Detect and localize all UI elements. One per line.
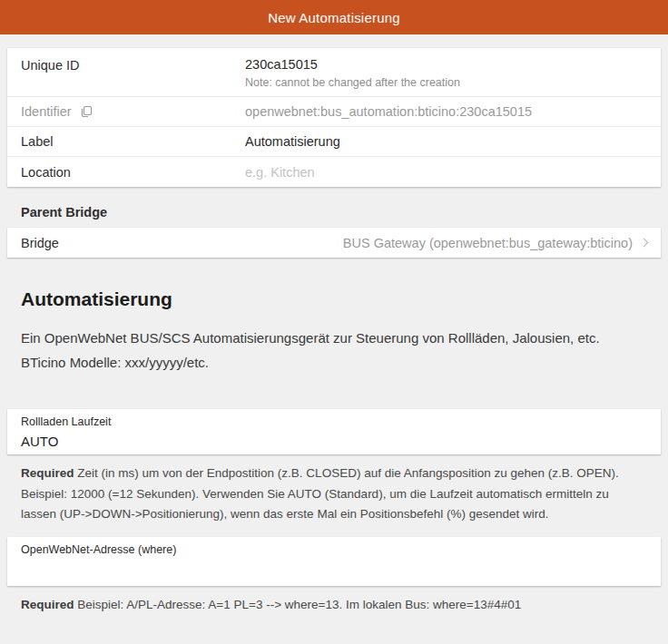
shutter-run-help: Required Zeit (in ms) um von der Endpost… xyxy=(21,463,647,525)
required-badge: Required xyxy=(21,598,74,611)
page-header: New Automatisierung xyxy=(0,0,668,34)
location-row: Location xyxy=(7,157,661,187)
main-content: Unique ID Note: cannot be changed after … xyxy=(0,48,668,644)
bridge-row[interactable]: Bridge BUS Gateway (openwebnet:bus_gatew… xyxy=(7,228,661,258)
identifier-value: openwebnet:bus_automation:bticino:230ca1… xyxy=(245,104,532,119)
unique-id-row: Unique ID Note: cannot be changed after … xyxy=(7,48,661,97)
location-input[interactable] xyxy=(245,165,647,180)
page-title: New Automatisierung xyxy=(268,10,400,25)
shutter-run-input[interactable] xyxy=(21,432,647,450)
bridge-card: Bridge BUS Gateway (openwebnet:bus_gatew… xyxy=(7,228,661,258)
unique-id-label: Unique ID xyxy=(21,56,245,73)
where-card: OpenWebNet-Adresse (where) xyxy=(7,537,661,586)
bridge-value: BUS Gateway (openwebnet:bus_gateway:btic… xyxy=(343,236,633,250)
thing-type-title: Automatisierung xyxy=(21,288,647,310)
where-input[interactable] xyxy=(21,560,647,578)
where-label: OpenWebNet-Adresse (where) xyxy=(21,542,647,557)
bridge-label: Bridge xyxy=(21,236,245,250)
chevron-right-icon xyxy=(640,239,649,248)
copy-icon[interactable] xyxy=(80,105,93,118)
shutter-run-help-text: Zeit (in ms) um von der Endpostition (z.… xyxy=(21,466,619,521)
unique-id-input[interactable] xyxy=(245,57,647,72)
unique-id-note: Note: cannot be changed after the creati… xyxy=(245,76,647,89)
shutter-run-label: Rollladen Laufzeit xyxy=(21,415,647,429)
identifier-row: Identifier openwebnet:bus_automation:bti… xyxy=(7,97,661,127)
bridge-selector[interactable]: BUS Gateway (openwebnet:bus_gateway:btic… xyxy=(245,236,647,250)
parent-bridge-section-title: Parent Bridge xyxy=(21,205,647,220)
label-row-label: Label xyxy=(21,134,245,149)
location-label: Location xyxy=(21,165,245,180)
required-badge: Required xyxy=(21,466,74,480)
label-row: Label xyxy=(7,127,661,157)
identifier-label: Identifier xyxy=(21,104,72,119)
identity-card: Unique ID Note: cannot be changed after … xyxy=(7,48,661,187)
where-help-text: Beispiel: A/PL-Adresse: A=1 PL=3 --> whe… xyxy=(77,598,521,611)
where-help: Required Beispiel: A/PL-Adresse: A=1 PL=… xyxy=(21,595,647,616)
shutter-run-card: Rollladen Laufzeit xyxy=(7,409,661,454)
label-input[interactable] xyxy=(245,134,647,149)
thing-type-description: Ein OpenWebNet BUS/SCS Automatisierungsg… xyxy=(21,326,647,375)
